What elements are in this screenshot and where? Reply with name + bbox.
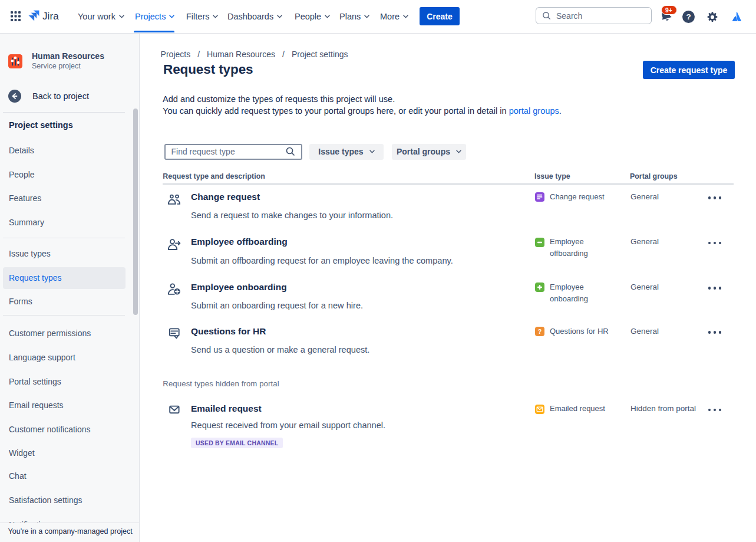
- svg-text:?: ?: [538, 328, 542, 335]
